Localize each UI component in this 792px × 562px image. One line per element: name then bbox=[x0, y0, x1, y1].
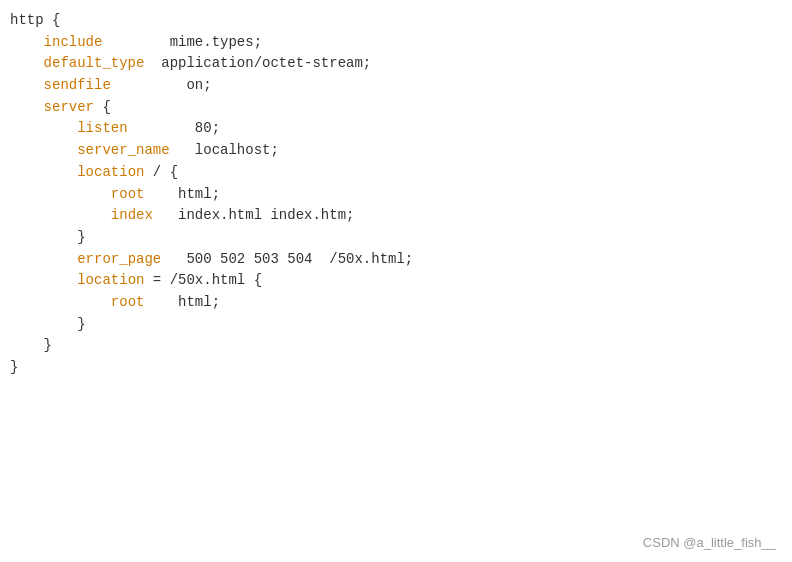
code-line: } bbox=[10, 227, 792, 249]
code-line: server { bbox=[10, 97, 792, 119]
code-line: error_page 500 502 503 504 /50x.html; bbox=[10, 249, 792, 271]
code-line: } bbox=[10, 335, 792, 357]
code-line: server_name localhost; bbox=[10, 140, 792, 162]
code-line: } bbox=[10, 314, 792, 336]
code-line: root html; bbox=[10, 292, 792, 314]
watermark: CSDN @a_little_fish__ bbox=[643, 535, 776, 550]
code-line: } bbox=[10, 357, 792, 379]
code-line: include mime.types; bbox=[10, 32, 792, 54]
code-line: location / { bbox=[10, 162, 792, 184]
code-line: root html; bbox=[10, 184, 792, 206]
code-line: http { bbox=[10, 10, 792, 32]
code-line: index index.html index.htm; bbox=[10, 205, 792, 227]
code-line: location = /50x.html { bbox=[10, 270, 792, 292]
code-line: sendfile on; bbox=[10, 75, 792, 97]
code-line: listen 80; bbox=[10, 118, 792, 140]
code-block: http { include mime.types; default_type … bbox=[0, 0, 792, 389]
code-line: default_type application/octet-stream; bbox=[10, 53, 792, 75]
